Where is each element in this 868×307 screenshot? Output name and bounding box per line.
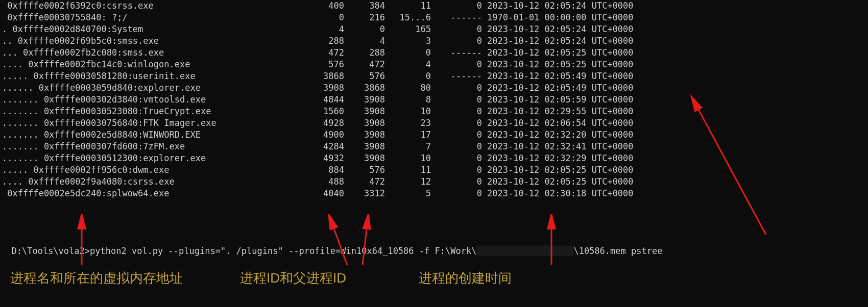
col-hnd: 0 [431, 164, 482, 176]
process-tree: ...... 0xffffe0003059d840:explorer.exe [0, 82, 293, 94]
process-tree: ....... 0xffffe00030523080:TrueCrypt.exe [0, 106, 293, 117]
col-hnd: 0 [431, 188, 482, 199]
col-thr: 11 [385, 164, 431, 176]
col-ppid: 384 [344, 0, 385, 12]
col-ppid: 3908 [344, 141, 385, 152]
process-row: ..... 0xffffe0002ff956c0:dwm.exe88457611… [0, 164, 868, 176]
process-row: .. 0xffffe0002f69b5c0:smss.exe2884302023… [0, 35, 868, 47]
col-time: 2023-10-12 02:32:20 UTC+0000 [482, 129, 650, 141]
col-ppid: 576 [344, 70, 385, 82]
col-time: 2023-10-12 02:05:49 UTC+0000 [482, 70, 650, 82]
col-time: 2023-10-12 02:05:24 UTC+0000 [482, 35, 650, 47]
annotation-pid: 进程ID和父进程ID [240, 269, 346, 287]
col-time: 2023-10-12 02:05:24 UTC+0000 [482, 23, 650, 35]
col-pid: 4284 [293, 141, 344, 152]
col-time: 2023-10-12 02:32:29 UTC+0000 [482, 152, 650, 164]
col-time: 2023-10-12 02:05:25 UTC+0000 [482, 164, 650, 176]
col-hnd: 0 [431, 117, 482, 129]
col-thr: 165 [385, 23, 431, 35]
process-tree: ... 0xffffe0002fb2c080:smss.exe [0, 47, 293, 59]
col-hnd: 0 [431, 23, 482, 35]
col-time: 2023-10-12 02:05:25 UTC+0000 [482, 176, 650, 188]
col-thr: 80 [385, 82, 431, 94]
process-row: ....... 0xffffe00030512300:explorer.exe4… [0, 152, 868, 164]
col-thr: 12 [385, 176, 431, 188]
col-time: 1970-01-01 00:00:00 UTC+0000 [482, 12, 650, 23]
col-time: 2023-10-12 02:29:55 UTC+0000 [482, 106, 650, 117]
col-ppid: 3908 [344, 106, 385, 117]
process-row: 0xffffe0002e5dc240:splwow64.exe404033125… [0, 188, 868, 199]
col-hnd: 0 [431, 141, 482, 152]
process-tree: . 0xffffe0002d840700:System [0, 23, 293, 35]
col-thr: 11 [385, 0, 431, 12]
col-thr: 10 [385, 106, 431, 117]
col-pid: 884 [293, 164, 344, 176]
col-pid: 288 [293, 35, 344, 47]
col-ppid: 0 [344, 23, 385, 35]
process-row: ....... 0xffffe0002e5d8840:WINWORD.EXE49… [0, 129, 868, 141]
col-hnd: 0 [431, 0, 482, 12]
process-tree: ....... 0xffffe000302d3840:vmtoolsd.exe [0, 94, 293, 106]
process-tree: ....... 0xffffe00030512300:explorer.exe [0, 152, 293, 164]
col-hnd: 0 [431, 176, 482, 188]
process-tree: .... 0xffffe0002fbc14c0:winlogon.exe [0, 59, 293, 70]
col-pid: 4932 [293, 152, 344, 164]
col-thr: 23 [385, 117, 431, 129]
col-pid: 4900 [293, 129, 344, 141]
command-text-b: \10586.mem pstree [573, 246, 662, 256]
col-time: 2023-10-12 02:05:49 UTC+0000 [482, 82, 650, 94]
col-thr: 8 [385, 94, 431, 106]
prompt-text: D:\Tools\vola2> [11, 246, 90, 256]
col-pid: 472 [293, 47, 344, 59]
process-row: ..... 0xffffe00030581280:userinit.exe386… [0, 70, 868, 82]
col-time: 2023-10-12 02:06:54 UTC+0000 [482, 117, 650, 129]
col-time: 2023-10-12 02:32:41 UTC+0000 [482, 141, 650, 152]
annotation-time: 进程的创建时间 [419, 269, 512, 287]
col-ppid: 3908 [344, 152, 385, 164]
process-row: ... 0xffffe0002fb2c080:smss.exe4722880--… [0, 47, 868, 59]
process-row: .... 0xffffe0002fbc14c0:winlogon.exe5764… [0, 59, 868, 70]
col-hnd: 0 [431, 35, 482, 47]
col-ppid: 576 [344, 164, 385, 176]
process-tree: 0xffffe0002f6392c0:csrss.exe [0, 0, 293, 12]
terminal-output: 0xffffe0003003e840:svchost.exe1044596400… [0, 0, 868, 199]
col-pid: 3868 [293, 70, 344, 82]
col-ppid: 3312 [344, 188, 385, 199]
process-tree: 0xffffe0002e5dc240:splwow64.exe [0, 188, 293, 199]
col-time: 2023-10-12 02:05:59 UTC+0000 [482, 94, 650, 106]
col-hnd: 0 [431, 106, 482, 117]
command-line[interactable]: D:\Tools\vola2>python2 vol.py --plugins=… [0, 236, 662, 256]
col-hnd: 0 [431, 152, 482, 164]
process-tree: ..... 0xffffe00030581280:userinit.exe [0, 70, 293, 82]
col-hnd: 0 [431, 129, 482, 141]
col-ppid: 288 [344, 47, 385, 59]
command-text-a: python2 vol.py --plugins=". /plugins" --… [90, 246, 476, 256]
process-row: ....... 0xffffe00030756840:FTK Imager.ex… [0, 117, 868, 129]
col-hnd: 0 [431, 59, 482, 70]
col-ppid: 4 [344, 35, 385, 47]
process-row: ...... 0xffffe0003059d840:explorer.exe39… [0, 82, 868, 94]
col-ppid: 472 [344, 176, 385, 188]
col-pid: 4040 [293, 188, 344, 199]
process-row: ....... 0xffffe000307fd600:7zFM.exe42843… [0, 141, 868, 152]
col-pid: 4844 [293, 94, 344, 106]
col-thr: 10 [385, 152, 431, 164]
col-time: 2023-10-12 02:05:24 UTC+0000 [482, 0, 650, 12]
col-pid: 400 [293, 0, 344, 12]
col-thr: 4 [385, 59, 431, 70]
col-time: 2023-10-12 02:30:18 UTC+0000 [482, 188, 650, 199]
process-tree: .. 0xffffe0002f69b5c0:smss.exe [0, 35, 293, 47]
annotation-process-name: 进程名和所在的虚拟内存地址 [10, 269, 183, 287]
col-pid: 3908 [293, 82, 344, 94]
col-ppid: 3908 [344, 129, 385, 141]
col-ppid: 216 [344, 12, 385, 23]
process-row: ....... 0xffffe000302d3840:vmtoolsd.exe4… [0, 94, 868, 106]
col-hnd: ------ [431, 47, 482, 59]
col-pid: 1560 [293, 106, 344, 117]
redacted-path [476, 246, 573, 256]
col-hnd: ------ [431, 70, 482, 82]
process-tree: .... 0xffffe0002f9a4080:csrss.exe [0, 176, 293, 188]
process-tree: ....... 0xffffe00030756840:FTK Imager.ex… [0, 117, 293, 129]
col-pid: 4928 [293, 117, 344, 129]
process-tree: ..... 0xffffe0002ff956c0:dwm.exe [0, 164, 293, 176]
